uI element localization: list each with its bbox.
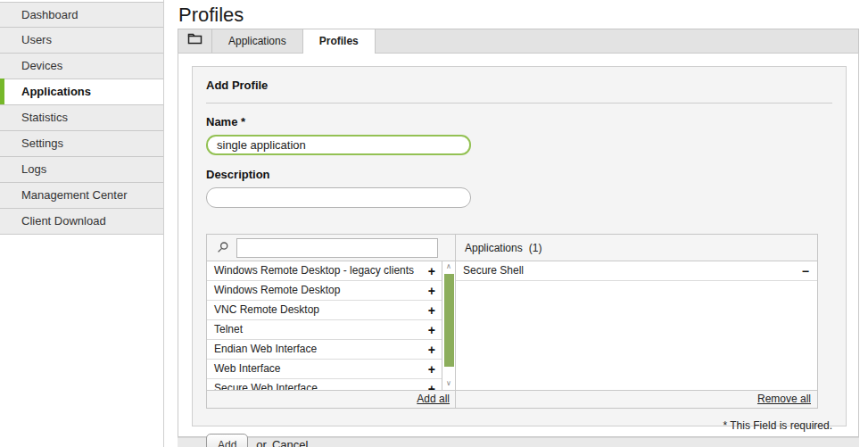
remove-all-link[interactable]: Remove all [757,393,811,405]
sidebar: Dashboard Users Devices Applications Sta… [0,0,164,447]
picker-body: Windows Remote Desktop - legacy clients … [207,261,817,390]
sidebar-item-label: Users [21,33,52,46]
available-app-row: VNC Remote Desktop + [207,301,442,320]
sidebar-item[interactable]: Logs [0,157,163,183]
folder-icon [187,29,203,53]
sidebar-item[interactable]: Applications [0,79,163,105]
sidebar-item[interactable]: Settings [0,131,163,157]
search-icon [216,241,229,254]
sidebar-item[interactable]: Client Download [0,209,163,235]
sidebar-item[interactable]: Statistics [0,105,163,131]
form-section-title: Add Profile [206,79,832,92]
available-app-label: Secure Web Interface [214,379,318,390]
scroll-up-icon[interactable]: ∧ [442,261,455,273]
add-app-icon[interactable]: + [428,380,435,391]
selected-apps-header: Applications (1) [455,235,817,261]
tab-label: Applications [228,35,286,47]
add-app-icon[interactable]: + [428,262,435,280]
available-app-label: Endian Web Interface [214,340,317,359]
available-app-label: Telnet [214,320,243,339]
sidebar-item[interactable]: Devices [0,54,163,79]
add-app-icon[interactable]: + [428,282,435,300]
add-profile-form: Add Profile Name * Description [192,66,847,426]
sidebar-item-label: Applications [21,85,91,98]
scroll-down-icon[interactable]: ∨ [442,378,455,390]
picker-header: Applications (1) [207,235,817,261]
available-app-row: Secure Web Interface + [207,379,442,390]
tab[interactable]: Applications [212,29,303,53]
sidebar-item-label: Client Download [21,214,106,228]
add-app-icon[interactable]: + [428,302,435,319]
available-app-label: Web Interface [214,360,280,378]
sidebar-item[interactable]: Dashboard [0,2,163,28]
tab-label: Profiles [319,35,359,47]
description-label: Description [206,168,832,181]
sidebar-item-label: Management Center [21,188,128,202]
scrollbar-thumb[interactable] [444,274,454,367]
sidebar-item[interactable]: Users [0,28,163,54]
sidebar-item-label: Logs [21,162,46,176]
add-app-icon[interactable]: + [428,360,435,378]
sidebar-item-label: Statistics [21,111,68,124]
selected-app-row: Secure Shell − [456,261,817,281]
available-app-label: Windows Remote Desktop [214,281,340,300]
available-apps-list: Windows Remote Desktop - legacy clients … [207,261,442,390]
sidebar-item[interactable]: Management Center [0,183,163,209]
form-actions: Add or Cancel [206,434,832,447]
available-app-row: Web Interface + [207,360,442,379]
tab[interactable]: Profiles [303,29,376,54]
add-button[interactable]: Add [206,434,248,447]
scrollbar: ∧ ∨ [442,261,455,390]
application-picker: Applications (1) Windows Remote Desktop … [206,234,818,409]
tab-folder[interactable] [178,29,212,53]
remove-app-icon[interactable]: − [802,262,809,280]
divider [206,103,832,103]
page-title: Profiles [178,0,859,29]
main-content: Profiles Applications Profiles Add Profi… [178,0,859,447]
selected-apps-title: Applications [465,242,523,254]
picker-search-area [207,235,455,261]
or-text: or [256,438,267,447]
name-label: Name * [206,115,832,128]
required-note: * This Field is required. [206,419,832,432]
search-input[interactable] [236,238,438,258]
sidebar-item-label: Dashboard [21,8,79,21]
tab-bar: Applications Profiles [178,29,859,53]
content-panel: Add Profile Name * Description [178,53,859,437]
available-app-row: Windows Remote Desktop - legacy clients … [207,261,442,281]
selected-apps-list: Secure Shell − [455,261,817,390]
available-app-label: VNC Remote Desktop [214,301,319,319]
add-app-icon[interactable]: + [428,321,435,339]
remove-all-cell: Remove all [455,391,817,408]
sidebar-item-label: Devices [21,59,62,72]
add-app-icon[interactable]: + [428,341,435,359]
add-all-cell: Add all [207,391,455,408]
cancel-link[interactable]: Cancel [272,438,308,447]
available-app-row: Endian Web Interface + [207,340,442,360]
selected-app-label: Secure Shell [463,261,524,280]
available-app-label: Windows Remote Desktop - legacy clients [214,261,414,280]
available-app-row: Windows Remote Desktop + [207,281,442,301]
sidebar-item-label: Settings [21,137,63,150]
description-input[interactable] [206,187,471,208]
selected-apps-count: (1) [529,242,542,254]
add-all-link[interactable]: Add all [417,393,450,405]
available-app-row: Telnet + [207,320,442,340]
picker-footer: Add all Remove all [207,390,817,408]
name-input[interactable] [206,135,471,155]
